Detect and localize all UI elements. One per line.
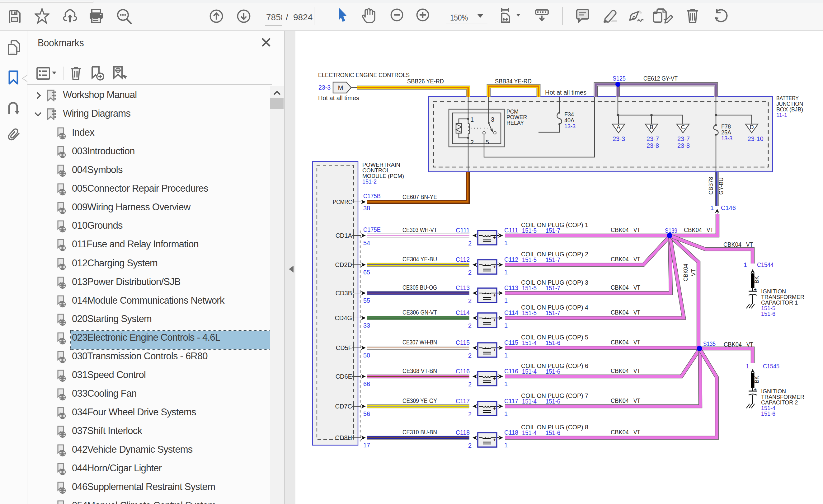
svg-text:CE309 YE-GY: CE309 YE-GY [402, 397, 437, 404]
svg-text:+: + [493, 264, 496, 269]
svg-text:VT: VT [633, 256, 640, 263]
svg-text:151-6: 151-6 [546, 368, 560, 375]
svg-text:+: + [493, 347, 496, 352]
svg-text:CE612 GY-VT: CE612 GY-VT [643, 75, 678, 82]
svg-text:CE607 BN-YE: CE607 BN-YE [402, 194, 437, 200]
svg-text:BK: BK [754, 376, 760, 383]
svg-text:C175E: C175E [363, 226, 381, 233]
svg-text:151-4: 151-4 [522, 368, 537, 375]
svg-text:2: 2 [468, 269, 472, 276]
svg-text:CAPACITOR 1: CAPACITOR 1 [761, 300, 798, 306]
svg-text:TRANSFORMER: TRANSFORMER [761, 294, 804, 300]
svg-text:CBK04: CBK04 [611, 256, 629, 263]
svg-text:CBK04: CBK04 [724, 341, 742, 348]
svg-text:+: + [493, 376, 496, 381]
svg-text:CD2D: CD2D [335, 261, 352, 268]
svg-text:1: 1 [504, 240, 508, 246]
svg-text:CD6E: CD6E [336, 373, 352, 380]
svg-text:CONTROL: CONTROL [362, 167, 390, 174]
svg-text:GY-BU: GY-BU [718, 177, 724, 195]
svg-text:SBB34 YE-RD: SBB34 YE-RD [495, 78, 532, 85]
svg-text:13-3: 13-3 [564, 123, 575, 130]
svg-text:C112: C112 [504, 256, 518, 263]
svg-text:151-7: 151-7 [546, 227, 560, 234]
svg-text:CBK04: CBK04 [611, 429, 629, 436]
svg-text:C146: C146 [721, 204, 736, 211]
svg-text:151-4: 151-4 [522, 429, 537, 436]
svg-text:55: 55 [363, 297, 370, 304]
svg-text:C111: C111 [456, 227, 470, 234]
svg-text:23-8: 23-8 [647, 142, 659, 149]
svg-text:POWER: POWER [506, 114, 527, 120]
svg-text:+: + [493, 317, 496, 323]
svg-text:VT: VT [746, 241, 753, 248]
svg-text:2: 2 [468, 240, 472, 247]
svg-text:CBK04: CBK04 [611, 339, 629, 346]
svg-text:1: 1 [504, 297, 508, 304]
svg-text:MODULE (PCM): MODULE (PCM) [362, 173, 404, 179]
svg-text:PCM: PCM [506, 108, 519, 115]
svg-text:CD8H: CD8H [335, 434, 352, 441]
svg-text:151-7: 151-7 [546, 285, 560, 291]
svg-text:C113: C113 [504, 284, 518, 291]
svg-text:151-5: 151-5 [522, 227, 537, 234]
svg-text:CBK04: CBK04 [684, 227, 702, 233]
svg-text:RELAY: RELAY [506, 120, 524, 126]
svg-text:CE307 WH-BN: CE307 WH-BN [402, 339, 437, 346]
svg-text:+: + [493, 235, 496, 240]
svg-text:13-3: 13-3 [721, 135, 732, 142]
svg-text:F34: F34 [564, 111, 574, 117]
svg-text:S125: S125 [613, 75, 626, 82]
svg-text:C114: C114 [456, 309, 470, 316]
svg-text:25A: 25A [721, 130, 731, 136]
svg-text:151-4: 151-4 [761, 405, 775, 411]
svg-text:A: A [617, 124, 620, 131]
svg-text:CBK04: CBK04 [611, 309, 629, 316]
svg-text:C1545: C1545 [763, 363, 780, 369]
svg-text:151-5: 151-5 [522, 256, 537, 263]
svg-text:151-6: 151-6 [546, 429, 560, 436]
svg-text:CAPACITOR 2: CAPACITOR 2 [761, 400, 798, 406]
svg-text:2: 2 [468, 442, 472, 449]
svg-text:38: 38 [363, 205, 370, 212]
svg-text:VT: VT [690, 269, 697, 276]
svg-text:23-7: 23-7 [677, 135, 690, 142]
svg-text:23-8: 23-8 [677, 142, 690, 149]
svg-text:C: C [681, 124, 685, 131]
svg-text:23-10: 23-10 [748, 135, 763, 142]
svg-text:C114: C114 [504, 309, 518, 316]
svg-text:VT: VT [633, 227, 640, 233]
svg-text:C1544: C1544 [757, 261, 774, 268]
svg-text:Hot at all times: Hot at all times [545, 89, 587, 96]
svg-text:CE303 WH-VT: CE303 WH-VT [402, 227, 437, 233]
svg-text:1: 1 [746, 363, 749, 369]
svg-text:IGNITION: IGNITION [761, 388, 786, 395]
svg-text:1: 1 [504, 352, 508, 359]
svg-text:F78: F78 [721, 123, 731, 130]
svg-text:C118: C118 [504, 429, 518, 436]
svg-text:CD4G: CD4G [335, 314, 352, 321]
svg-text:CBK04: CBK04 [611, 227, 629, 233]
svg-text:+: + [493, 292, 496, 298]
svg-text:2: 2 [468, 352, 472, 359]
svg-text:CBK04: CBK04 [611, 284, 629, 291]
svg-text:50: 50 [363, 352, 370, 359]
svg-text:C113: C113 [456, 284, 470, 291]
svg-text:CE310 BU-BN: CE310 BU-BN [402, 429, 437, 436]
svg-text:+: + [493, 437, 496, 442]
svg-text:1: 1 [504, 269, 508, 276]
svg-text:C112: C112 [456, 256, 470, 263]
svg-text:2: 2 [468, 297, 472, 304]
svg-text:VT: VT [633, 367, 640, 374]
svg-text:1: 1 [744, 261, 747, 268]
svg-text:151-5: 151-5 [522, 309, 537, 316]
svg-text:151-7: 151-7 [546, 256, 560, 263]
svg-text:CD5F: CD5F [336, 344, 352, 351]
svg-text:151-6: 151-6 [761, 311, 775, 317]
svg-text:VT: VT [706, 227, 713, 233]
svg-text:CD1A: CD1A [336, 232, 352, 239]
svg-text:1: 1 [710, 204, 714, 211]
svg-text:1: 1 [504, 381, 508, 387]
svg-text:23-3: 23-3 [613, 135, 625, 142]
svg-text:B: B [650, 124, 653, 131]
